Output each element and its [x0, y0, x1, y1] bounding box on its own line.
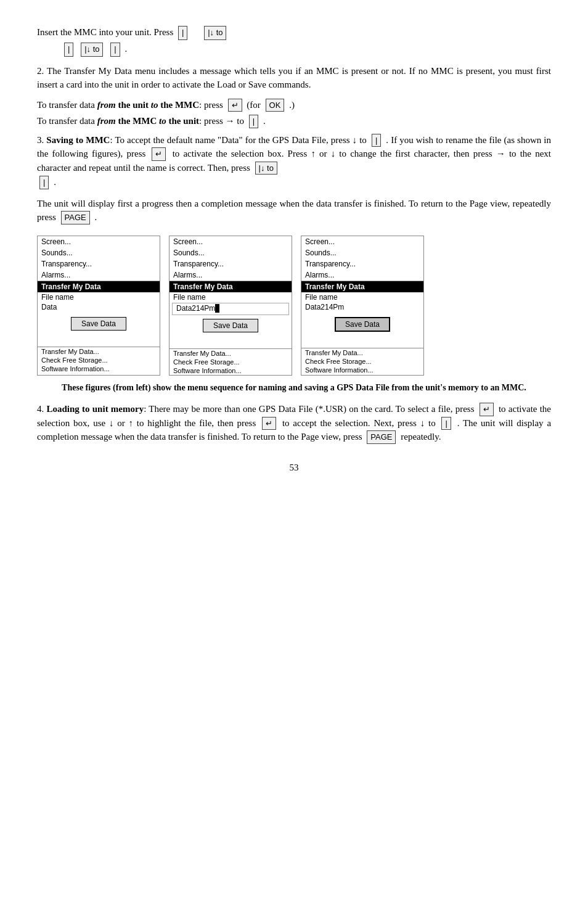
figures-row: Screen... Sounds... Transparency... Alar…	[37, 236, 551, 376]
para1: 2. The Transfer My Data menu includes a …	[37, 64, 551, 92]
dot-end: .	[263, 116, 266, 126]
button-down-to: |↓ to	[204, 26, 226, 40]
fig2-alarms: Alarms...	[169, 269, 292, 281]
progress-para: The unit will display first a progress t…	[37, 197, 551, 224]
s4-num: 4.	[37, 404, 46, 414]
s4-text3: to accept the selection. Next, press ↓ t…	[282, 418, 436, 428]
button-down-to2: |↓ to	[81, 43, 103, 57]
fig1-sounds: Sounds...	[38, 247, 160, 258]
fig2-check: Check Free Storage...	[169, 358, 292, 366]
fig1-transparency: Transparency...	[38, 258, 160, 269]
button-pipe4: |	[249, 115, 258, 128]
fig1-bottom: Transfer My Data... Check Free Storage..…	[38, 347, 160, 373]
fig3-alarms: Alarms...	[301, 269, 423, 281]
fig1-field-label: File name	[38, 292, 160, 302]
progress-text: The unit will display first a progress t…	[37, 199, 551, 223]
insert-instruction-line2: | |↓ to | .	[37, 41, 551, 57]
page-number: 53	[37, 463, 551, 473]
s3-heading: Saving to MMC	[46, 135, 110, 145]
fig1-save-btn: Save Data	[71, 317, 126, 331]
mmc-label: the MMC: press	[158, 100, 223, 110]
button-enter1: ↵	[228, 99, 242, 112]
fig3-spacer3	[301, 342, 423, 345]
fig1-transfer: Transfer My Data...	[38, 347, 160, 356]
fig1-alarms: Alarms...	[38, 269, 160, 281]
insert-text: Insert the MMC into your unit. Press	[37, 27, 173, 37]
transfer-prefix1: To transfer data	[37, 100, 97, 110]
button-pipe6: |	[39, 176, 49, 189]
fig2-screen: Screen...	[169, 236, 292, 247]
s4-text1: : There may be more than one GPS Data Fi…	[144, 404, 474, 414]
transfer-from-mmc-line: To transfer data from the MMC to the uni…	[37, 114, 551, 128]
fig3-sounds: Sounds...	[301, 247, 423, 258]
fig3-highlighted: Transfer My Data	[301, 281, 423, 292]
fig2-spacer3	[169, 342, 292, 346]
s3-num: 3.	[37, 135, 46, 145]
fig1-field-value: Data	[38, 302, 160, 313]
button-pipe2: |	[64, 43, 73, 57]
figure-1: Screen... Sounds... Transparency... Alar…	[37, 236, 160, 376]
fig2-field-value: Data214Pm	[172, 303, 289, 315]
fig2-save-btn: Save Data	[203, 319, 258, 332]
fig3-screen: Screen...	[301, 236, 423, 247]
fig1-screen: Screen...	[38, 236, 160, 247]
figure-2: Screen... Sounds... Transparency... Alar…	[169, 236, 292, 376]
button-ok1: OK	[266, 99, 285, 112]
fig3-bottom: Transfer My Data... Check Free Storage..…	[301, 348, 423, 374]
fig1-software: Software Information...	[38, 364, 160, 373]
page-content: Insert the MMC into your unit. Press | |…	[37, 25, 551, 473]
fig2-transparency: Transparency...	[169, 258, 292, 269]
button-enter4: ↵	[262, 417, 276, 430]
fig2-sounds: Sounds...	[169, 247, 292, 258]
fig2-highlighted: Transfer My Data	[169, 281, 292, 292]
transfer-prefix2: To transfer data	[37, 116, 97, 126]
s3-dot: .	[54, 177, 56, 187]
fig1-check: Check Free Storage...	[38, 356, 160, 364]
fig2-field-label: File name	[169, 292, 292, 302]
fig2-transfer: Transfer My Data...	[169, 349, 292, 358]
unit-label: the unit	[116, 100, 151, 110]
period1: .	[125, 44, 127, 54]
for-label: (for	[247, 100, 261, 110]
fig1-highlighted: Transfer My Data	[38, 281, 160, 292]
fig1-spacer3	[38, 340, 160, 344]
fig2-software: Software Information...	[169, 366, 292, 375]
s4-heading: Loading to unit memory	[46, 404, 144, 414]
fig3-check: Check Free Storage...	[301, 357, 423, 366]
button-page: PAGE	[61, 211, 90, 224]
from-label1: from	[97, 100, 116, 110]
section3: 3. Saving to MMC: To accept the default …	[37, 133, 551, 191]
figure-3: Screen... Sounds... Transparency... Alar…	[301, 236, 424, 376]
space1	[192, 27, 199, 37]
fig3-field-label: File name	[301, 292, 423, 302]
fig3-field-value: Data214Pm	[301, 302, 423, 313]
mmc-label2: the MMC	[116, 116, 159, 126]
close-paren: .)	[289, 100, 295, 110]
button-pipe5: |	[372, 134, 381, 147]
s3-text1: : To accept the default name "Data" for …	[110, 135, 366, 145]
s4-end: repeatedly.	[401, 432, 441, 442]
button-page2: PAGE	[367, 430, 396, 444]
figure-caption: These figures (from left) show the menu …	[37, 382, 551, 394]
unit-label2: the unit: press → to	[166, 116, 244, 126]
button-pipe7: |	[441, 417, 451, 430]
button-enter2: ↵	[152, 147, 166, 161]
from-label2: from	[97, 116, 116, 126]
fig3-transfer: Transfer My Data...	[301, 348, 423, 357]
transfer-from-unit-line: To transfer data from the unit to the MM…	[37, 98, 551, 112]
fig2-bottom: Transfer My Data... Check Free Storage..…	[169, 348, 292, 375]
button-enter3: ↵	[480, 403, 494, 416]
button-down-to3: |↓ to	[255, 162, 277, 175]
insert-instruction: Insert the MMC into your unit. Press | |…	[37, 25, 551, 40]
progress-dot: .	[95, 212, 97, 222]
section4: 4. Loading to unit memory: There may be …	[37, 402, 551, 444]
to-label1: to	[151, 100, 158, 110]
button-pipe3: |	[110, 43, 120, 57]
button-pipe1: |	[178, 26, 187, 40]
to-label2: to	[159, 116, 166, 126]
fig3-software: Software Information...	[301, 366, 423, 374]
fig3-transparency: Transparency...	[301, 258, 423, 269]
fig3-save-btn: Save Data	[335, 317, 390, 332]
